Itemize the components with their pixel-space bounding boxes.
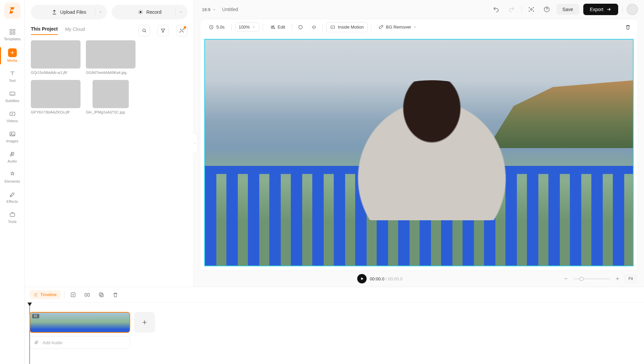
canvas-area: 16:9 Save Export	[194, 0, 644, 287]
nav-tools[interactable]: Tools	[0, 208, 24, 228]
minus-icon	[563, 276, 569, 281]
divider	[371, 24, 371, 31]
svg-rect-22	[99, 293, 102, 296]
search-button[interactable]	[139, 25, 150, 36]
media-item[interactable]: GGA6TwmbIAA9Ka4.jpg	[86, 40, 136, 75]
filter-button[interactable]	[157, 25, 169, 36]
duplicate-button[interactable]	[96, 289, 107, 300]
chevron-down-icon[interactable]	[175, 8, 183, 16]
flip-button[interactable]	[309, 22, 319, 32]
timeline-label: Timeline	[40, 292, 57, 297]
help-icon	[543, 6, 550, 13]
help-button[interactable]	[541, 4, 552, 15]
collapse-panel-button[interactable]	[193, 133, 198, 153]
svg-point-11	[530, 9, 532, 10]
save-button[interactable]: Save	[556, 4, 579, 15]
record-button[interactable]: Record	[112, 5, 188, 19]
capture-button[interactable]	[526, 4, 537, 15]
add-square-icon	[70, 292, 76, 298]
chevron-down-icon[interactable]	[95, 8, 102, 16]
media-panel: Upload Files Record This Project My Clou…	[25, 0, 194, 287]
playhead[interactable]	[30, 303, 30, 364]
nav-label: Subtitles	[5, 99, 19, 103]
play-button[interactable]	[357, 274, 367, 283]
nav-images[interactable]: Images	[0, 127, 24, 147]
file-name: GH_JPMgXsAIZYjC.jpg	[86, 110, 136, 114]
music-icon	[34, 340, 39, 345]
audio-icon	[9, 150, 16, 158]
upload-icon	[51, 9, 57, 15]
divider	[263, 24, 263, 31]
fit-button[interactable]: Fit	[625, 275, 637, 283]
bg-remover-button[interactable]: BG Remover	[375, 22, 420, 32]
ratio-value: 16:9	[202, 7, 210, 12]
video-clip[interactable]: 01	[30, 312, 130, 333]
media-item[interactable]: GH_JPMgXsAIZYjC.jpg	[86, 80, 136, 114]
videos-icon	[9, 110, 16, 118]
timeline-mode-button[interactable]: Timeline	[30, 290, 61, 299]
divider	[322, 24, 323, 31]
zoom-in-button[interactable]	[613, 275, 622, 283]
add-audio-button[interactable]: Add Audio	[30, 336, 130, 349]
nav-videos[interactable]: Videos	[0, 107, 24, 127]
zoom-select[interactable]: 100%	[235, 22, 259, 32]
play-icon	[360, 276, 364, 281]
media-item[interactable]: GPY6X73bIAAZKOs.jfif	[31, 80, 80, 114]
svg-rect-3	[13, 33, 15, 35]
project-title-input[interactable]	[222, 7, 289, 12]
nav-templates[interactable]: Templates	[0, 25, 24, 45]
zoom-slider[interactable]	[573, 278, 610, 279]
tab-my-cloud[interactable]: My Cloud	[65, 27, 85, 35]
split-button[interactable]	[82, 289, 93, 300]
delete-clip-button[interactable]	[623, 22, 633, 32]
inside-motion-label: Inside Motion	[338, 25, 364, 30]
app-logo[interactable]	[4, 3, 20, 19]
canvas-preview[interactable]	[204, 39, 634, 266]
timeline-body[interactable]: 01 Add Audio	[25, 303, 644, 364]
redo-button[interactable]	[506, 4, 517, 15]
zoom-slider-thumb[interactable]	[579, 277, 584, 281]
nav-audio[interactable]: Audio	[0, 147, 24, 167]
user-avatar[interactable]	[627, 4, 638, 15]
trash-icon	[625, 24, 631, 30]
nav-label: Images	[6, 139, 18, 143]
arrow-right-icon	[606, 7, 611, 12]
text-icon	[9, 70, 16, 77]
edit-label: Edit	[278, 25, 285, 30]
export-button[interactable]: Export	[583, 4, 618, 15]
timecode: 00:00.0 / 00:05.0	[370, 276, 403, 281]
aspect-ratio-select[interactable]: 16:9	[200, 6, 218, 13]
nav-subtitles[interactable]: Subtitles	[0, 87, 24, 107]
rotate-button[interactable]	[296, 22, 306, 32]
add-clip-button[interactable]	[134, 312, 155, 333]
nav-label: Media	[7, 58, 17, 62]
zoom-out-button[interactable]	[562, 275, 570, 283]
edit-button[interactable]: Edit	[266, 22, 288, 32]
nav-text[interactable]: Text	[0, 66, 24, 87]
add-track-button[interactable]	[68, 289, 78, 300]
undo-button[interactable]	[490, 4, 502, 15]
divider	[521, 6, 522, 13]
nav-media[interactable]: Media	[0, 45, 24, 66]
tab-this-project[interactable]: This Project	[31, 26, 58, 35]
unlink-icon	[179, 28, 184, 33]
chevron-down-icon	[212, 8, 216, 11]
preview-container	[200, 35, 638, 271]
nav-label: Effects	[7, 199, 18, 203]
inside-motion-button[interactable]: Inside Motion	[326, 22, 367, 32]
media-item[interactable]: GQr15uNbkAAi-w1.jfif	[31, 40, 80, 75]
svg-rect-0	[10, 30, 12, 32]
undo-icon	[493, 6, 499, 13]
search-icon	[142, 28, 147, 33]
timeline-section: Timeline 01	[25, 287, 644, 364]
capture-icon	[528, 6, 535, 13]
unlink-button[interactable]	[176, 25, 187, 36]
svg-rect-4	[10, 92, 15, 95]
duration-chip[interactable]: 5.0s	[205, 22, 228, 32]
nav-effects[interactable]: Effects	[0, 187, 24, 208]
upload-files-button[interactable]: Upload Files	[31, 5, 107, 19]
delete-track-button[interactable]	[110, 289, 121, 300]
images-icon	[9, 130, 16, 138]
motion-icon	[330, 24, 336, 30]
nav-elements[interactable]: Elements	[0, 167, 24, 187]
